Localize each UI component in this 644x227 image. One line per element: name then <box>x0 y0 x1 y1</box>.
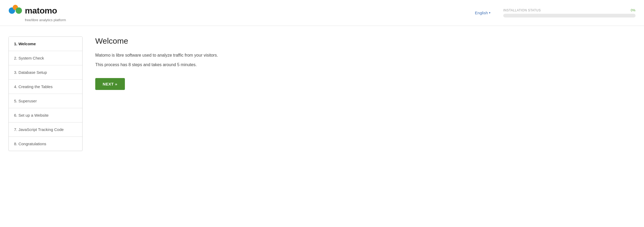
content-area: Welcome Matomo is libre software used to… <box>95 37 283 151</box>
content-title: Welcome <box>95 37 283 46</box>
installation-status-label-row: INSTALLATION STATUS 0% <box>503 8 636 12</box>
step-3-sidebar-item[interactable]: 3. Database Setup <box>9 65 82 80</box>
matomo-logo-icon <box>8 4 22 17</box>
step-1-sidebar-item[interactable]: 1. Welcome <box>9 37 82 51</box>
content-desc-1: Matomo is libre software used to analyze… <box>95 52 283 59</box>
page-header: matomo free/libre analytics platform Eng… <box>0 0 644 26</box>
svg-point-2 <box>16 7 22 14</box>
step-8-sidebar-item[interactable]: 8. Congratulations <box>9 137 82 151</box>
logo-row: matomo <box>8 4 66 17</box>
installation-status-panel: INSTALLATION STATUS 0% <box>503 8 636 17</box>
next-button[interactable]: NEXT » <box>95 78 125 90</box>
language-label: English <box>475 11 488 15</box>
step-6-sidebar-item[interactable]: 6. Set up a Website <box>9 108 82 122</box>
logo-text: matomo <box>25 6 57 16</box>
installation-status-text: INSTALLATION STATUS <box>503 8 541 12</box>
step-2-sidebar-item[interactable]: 2. System Check <box>9 51 82 65</box>
step-7-sidebar-item[interactable]: 7. JavaScript Tracking Code <box>9 122 82 137</box>
header-left: matomo free/libre analytics platform <box>8 4 66 22</box>
chevron-down-icon: ▾ <box>489 11 491 15</box>
main-content: 1. Welcome2. System Check3. Database Set… <box>0 26 291 162</box>
content-desc-2: This process has 8 steps and takes aroun… <box>95 61 283 68</box>
language-selector[interactable]: English ▾ <box>475 11 491 15</box>
tagline: free/libre analytics platform <box>25 18 66 22</box>
step-4-sidebar-item[interactable]: 4. Creating the Tables <box>9 80 82 94</box>
step-5-sidebar-item[interactable]: 5. Superuser <box>9 94 82 108</box>
installation-status-percent: 0% <box>631 8 636 12</box>
steps-sidebar: 1. Welcome2. System Check3. Database Set… <box>8 37 83 151</box>
progress-bar-background <box>503 14 636 17</box>
